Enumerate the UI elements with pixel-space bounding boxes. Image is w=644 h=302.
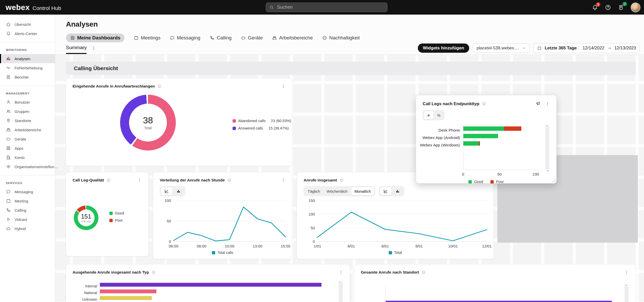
card-title: Ausgehende Anrufe insgesamt nach Typ	[73, 270, 149, 275]
bar-internal	[100, 283, 321, 287]
tab-messaging[interactable]: Messaging	[170, 34, 200, 42]
building-icon	[6, 155, 11, 160]
sidebar-item-hybrid[interactable]: Hybrid	[0, 224, 55, 233]
date-range-picker[interactable]: Letzte 365 Tage 12/14/2022 12/13/2023	[533, 43, 640, 53]
system-status-button[interactable]: ✓	[618, 4, 624, 11]
unit-toggle-count[interactable]: #	[423, 111, 434, 120]
info-icon[interactable]	[422, 270, 426, 274]
bar-chart-toggle[interactable]	[392, 187, 404, 196]
chart-scrollbar[interactable]	[545, 124, 549, 172]
notifications-button[interactable]: 1	[592, 4, 598, 11]
sidebar-item-analysen[interactable]: Analysen	[0, 54, 55, 63]
bar-category-label	[361, 286, 385, 302]
tab-label: Meetings	[141, 35, 160, 41]
help-button[interactable]	[605, 4, 611, 11]
workspace-icon	[6, 127, 11, 132]
sidebar-item-apps[interactable]: Apps	[0, 144, 55, 153]
divider	[580, 46, 580, 51]
line-chart-toggle[interactable]	[379, 187, 392, 196]
toggle-monthly[interactable]: Monatlich	[351, 187, 374, 196]
sidebar-item-fehlerbehebung[interactable]: Fehlerbehebung	[0, 63, 55, 72]
webex-control-hub-window: webex Control Hub 1 ✓ ÜbersichtAlerts-Ce…	[0, 0, 644, 302]
chart-scrollbar[interactable]	[339, 281, 343, 302]
info-icon[interactable]	[157, 84, 162, 88]
add-widgets-button[interactable]: Widgets hinzufügen	[418, 44, 469, 53]
sidebar-item-label: Calling	[15, 208, 26, 212]
card-menu-button[interactable]	[281, 84, 285, 89]
search-input[interactable]	[277, 4, 384, 10]
calendar-icon	[537, 46, 542, 50]
tab-meetings[interactable]: Meetings	[134, 34, 160, 42]
card-menu-button[interactable]	[545, 101, 550, 106]
stacked-bar-webex-app-windows	[463, 141, 543, 146]
card-menu-button[interactable]	[624, 270, 629, 275]
sidebar-item-vidcast[interactable]: Vidcast	[0, 215, 55, 224]
tab-arbeitsbereiche[interactable]: Arbeitsbereiche	[272, 34, 313, 42]
sidebar-item-standorte[interactable]: Standorte	[0, 116, 55, 125]
sidebar-item-label: Analysen	[15, 57, 30, 61]
chart-scrollbar[interactable]	[625, 284, 628, 302]
toggle-daily[interactable]: Täglich	[304, 187, 323, 196]
sidebar-item-label: Fehlerbehebung	[15, 66, 42, 70]
scroll-up-button[interactable]	[625, 283, 628, 287]
info-icon[interactable]	[227, 178, 231, 182]
unit-toggle-percent[interactable]: %	[434, 111, 444, 120]
tab-summary[interactable]: Summary	[66, 45, 87, 54]
info-icon[interactable]	[482, 102, 486, 106]
sidebar-item-calling[interactable]: Calling	[0, 206, 55, 215]
pulse-icon	[6, 65, 11, 70]
user-avatar[interactable]	[631, 3, 640, 12]
chat-icon	[170, 35, 175, 40]
scroll-down-button[interactable]	[545, 169, 549, 172]
bar-chart-toggle[interactable]	[173, 187, 185, 196]
grid-icon	[70, 35, 75, 40]
play-icon	[6, 217, 11, 222]
sidebar-item-label: Arbeitsbereiche	[15, 128, 41, 132]
donut-center-label: Call Legs	[81, 220, 91, 223]
info-icon[interactable]	[340, 178, 344, 182]
sidebar-item-label: Alerts-Center	[15, 31, 37, 36]
cloud-icon	[6, 226, 11, 231]
tab-ger-te[interactable]: Geräte	[241, 34, 263, 42]
info-icon[interactable]	[107, 178, 111, 182]
sidebar-item-berichte[interactable]: Berichte	[0, 72, 55, 82]
card-title: Verteilung der Anrufe nach Stunde	[160, 178, 225, 182]
scroll-up-button[interactable]	[545, 124, 549, 128]
card-menu-button[interactable]	[137, 178, 142, 182]
sidebar-item-arbeitsbereiche[interactable]: Arbeitsbereiche	[0, 125, 55, 134]
tab-nachhaltigkeit[interactable]: Nachhaltigkeit	[322, 34, 360, 42]
tab-calling[interactable]: Calling	[210, 34, 232, 42]
sidebar-item-konto[interactable]: Konto	[0, 153, 55, 162]
sidebar-item-bersicht[interactable]: Übersicht	[0, 20, 55, 29]
global-search[interactable]	[266, 3, 387, 12]
tab-label: Messaging	[177, 35, 200, 41]
sidebar-item-organisationseinstellun[interactable]: Organisationseinstellun...	[0, 162, 55, 171]
scroll-up-button[interactable]	[339, 280, 343, 284]
card-title: Call Legs nach Endpunkttyp	[423, 101, 479, 106]
card-call-legs-by-endpoint[interactable]: Call Legs nach Endpunkttyp # % Desk Phon…	[416, 95, 557, 184]
sidebar-item-benutzer[interactable]: Benutzer	[0, 98, 55, 107]
outgoing-bar-chart: InternalNationalUnknown	[73, 282, 343, 302]
location-bar-chart	[361, 286, 629, 302]
sidebar-item-messaging[interactable]: Messaging	[0, 187, 55, 196]
org-selector-dropdown[interactable]: placetel-538.webex....	[473, 44, 530, 53]
card-menu-button[interactable]	[281, 178, 285, 182]
megaphone-icon[interactable]	[535, 101, 541, 106]
legend-item-answered-calls: Answered calls15 (39.47%)	[233, 126, 291, 130]
sidebar-item-ger-te[interactable]: Geräte	[0, 134, 55, 144]
sidebar-item-meeting[interactable]: Meeting	[0, 196, 55, 206]
sidebar-item-gruppen[interactable]: Gruppen	[0, 107, 55, 116]
toggle-weekly[interactable]: Wöchentlich	[323, 187, 351, 196]
sidebar-item-alerts-center[interactable]: Alerts-Center	[0, 29, 55, 38]
tab-meine-dashboards[interactable]: Meine Dashboards	[66, 34, 124, 42]
bar-unknown	[100, 296, 152, 300]
line-chart-toggle[interactable]	[160, 187, 173, 196]
info-icon[interactable]	[152, 270, 156, 274]
bar-category-label: Webex App (Android)	[423, 134, 463, 141]
quality-donut-chart: 151Call Legs	[74, 206, 98, 230]
granularity-toggle: Täglich Wöchentlich Monatlich	[304, 186, 375, 196]
stacked-bar-desk-phone	[463, 126, 543, 131]
resize-handle[interactable]	[552, 179, 555, 182]
card-menu-button[interactable]	[339, 270, 343, 275]
summary-menu-button[interactable]	[91, 46, 96, 51]
